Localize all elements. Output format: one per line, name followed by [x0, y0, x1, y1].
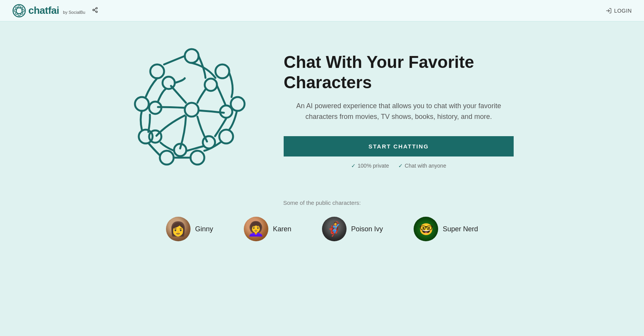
svg-point-6: [16, 7, 18, 9]
character-item-ginny[interactable]: Ginny: [166, 217, 213, 241]
character-avatar-super-nerd: [414, 217, 438, 241]
svg-point-21: [160, 151, 174, 165]
logo-area: chatfai by SocialBu: [12, 4, 85, 18]
characters-section: Some of the public characters: Ginny Kar…: [0, 192, 644, 264]
characters-label: Some of the public characters:: [31, 199, 613, 206]
character-avatar-ginny: [166, 217, 191, 241]
svg-point-25: [205, 79, 217, 91]
logo-by-text: by SocialBu: [63, 10, 85, 15]
hero-badges: ✓ 100% private ✓ Chat with anyone: [284, 163, 514, 169]
character-avatar-poison-ivy: [322, 217, 347, 241]
character-name-poison-ivy: Poison Ivy: [351, 225, 383, 233]
badge-private: ✓ 100% private: [351, 163, 389, 169]
share-icon[interactable]: [92, 7, 98, 15]
hero-title: Chat With Your Favorite Characters: [284, 52, 514, 93]
svg-point-18: [231, 97, 245, 111]
character-item-super-nerd[interactable]: Super Nerd: [414, 217, 478, 241]
logo-text: chatfai: [28, 5, 59, 16]
svg-line-13: [94, 10, 96, 12]
svg-point-16: [185, 49, 199, 63]
svg-line-14: [94, 8, 96, 10]
logo-icon: [12, 4, 26, 18]
hero-section: Chat With Your Favorite Characters An AI…: [0, 21, 644, 192]
hero-content: Chat With Your Favorite Characters An AI…: [284, 52, 514, 169]
badge-chat-anyone: ✓ Chat with anyone: [398, 163, 446, 169]
svg-point-17: [215, 64, 229, 78]
character-item-karen[interactable]: Karen: [244, 217, 291, 241]
brain-svg: [130, 44, 253, 175]
hero-subtitle: An AI powered experience that allows you…: [284, 100, 514, 123]
check-private-icon: ✓: [351, 163, 356, 169]
login-button[interactable]: LOGIN: [606, 8, 632, 14]
character-name-super-nerd: Super Nerd: [443, 225, 478, 233]
header-left: chatfai by SocialBu: [12, 4, 98, 18]
svg-point-0: [13, 5, 25, 17]
character-avatar-karen: [244, 217, 268, 241]
svg-point-7: [21, 7, 23, 9]
hero-illustration: [130, 44, 253, 176]
svg-point-23: [135, 97, 149, 111]
svg-point-8: [16, 12, 18, 14]
svg-point-9: [21, 12, 23, 14]
svg-point-24: [150, 64, 164, 78]
characters-list: Ginny Karen Poison Ivy Super Nerd: [31, 217, 613, 241]
check-chat-icon: ✓: [398, 163, 403, 169]
character-name-ginny: Ginny: [195, 225, 213, 233]
svg-point-32: [185, 103, 199, 117]
character-item-poison-ivy[interactable]: Poison Ivy: [322, 217, 383, 241]
svg-point-20: [191, 151, 204, 165]
start-chatting-button[interactable]: START CHATTING: [284, 136, 514, 156]
character-name-karen: Karen: [273, 225, 291, 233]
login-icon: [606, 8, 612, 14]
header: chatfai by SocialBu LOGIN: [0, 0, 644, 21]
